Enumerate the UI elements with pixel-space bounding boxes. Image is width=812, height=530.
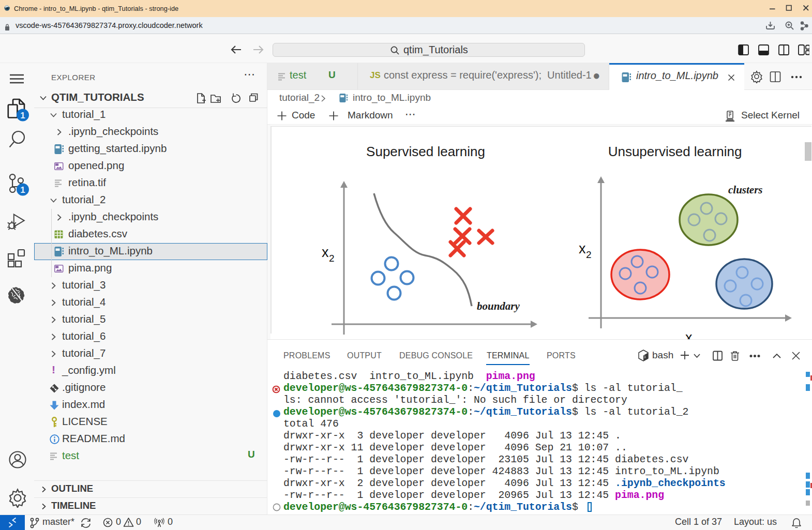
svg-text:x: x (685, 330, 693, 339)
svg-text:x: x (579, 241, 586, 256)
svg-text:x: x (322, 245, 329, 260)
svg-text:clusters: clusters (728, 184, 763, 196)
svg-text:1: 1 (20, 185, 25, 195)
svg-text:Unsupervised learning: Unsupervised learning (608, 144, 742, 159)
svg-text:x: x (428, 336, 435, 339)
svg-text:Supervised learning: Supervised learning (366, 144, 485, 159)
svg-text:boundary: boundary (477, 300, 520, 312)
svg-text:2: 2 (329, 253, 335, 264)
svg-text:2: 2 (586, 249, 592, 260)
svg-text:1: 1 (20, 111, 25, 120)
